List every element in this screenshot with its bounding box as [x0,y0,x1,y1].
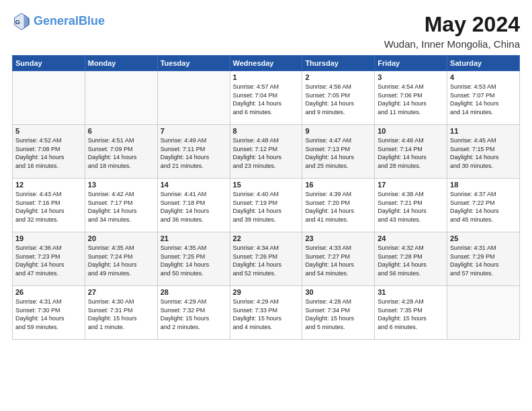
day-number: 31 [378,288,444,296]
week-row-1: 5Sunrise: 4:52 AM Sunset: 7:08 PM Daylig… [13,125,520,179]
location: Wudan, Inner Mongolia, China [384,38,520,50]
cell-content: Sunrise: 4:36 AM Sunset: 7:23 PM Dayligh… [15,244,82,277]
calendar-cell: 24Sunrise: 4:32 AM Sunset: 7:28 PM Dayli… [375,232,447,286]
calendar-cell: 9Sunrise: 4:47 AM Sunset: 7:13 PM Daylig… [302,125,375,179]
calendar-cell: 26Sunrise: 4:31 AM Sunset: 7:30 PM Dayli… [13,286,85,340]
cell-content: Sunrise: 4:40 AM Sunset: 7:19 PM Dayligh… [233,190,300,224]
day-number: 29 [233,288,300,296]
calendar-cell: 4Sunrise: 4:53 AM Sunset: 7:07 PM Daylig… [447,71,520,125]
logo-icon: G [12,12,31,31]
calendar-cell: 16Sunrise: 4:39 AM Sunset: 7:20 PM Dayli… [302,179,375,232]
calendar-cell: 31Sunrise: 4:28 AM Sunset: 7:35 PM Dayli… [375,286,447,340]
day-number: 16 [305,181,371,189]
cell-content: Sunrise: 4:31 AM Sunset: 7:29 PM Dayligh… [450,244,517,277]
calendar-cell: 29Sunrise: 4:29 AM Sunset: 7:33 PM Dayli… [230,286,302,340]
calendar-cell: 21Sunrise: 4:35 AM Sunset: 7:25 PM Dayli… [157,232,230,286]
cell-content: Sunrise: 4:33 AM Sunset: 7:27 PM Dayligh… [305,244,371,277]
calendar-cell: 28Sunrise: 4:29 AM Sunset: 7:32 PM Dayli… [157,286,230,340]
calendar-cell: 25Sunrise: 4:31 AM Sunset: 7:29 PM Dayli… [447,232,520,286]
day-number: 25 [450,234,517,242]
calendar-cell [447,286,520,340]
cell-content: Sunrise: 4:39 AM Sunset: 7:20 PM Dayligh… [305,190,371,224]
day-number: 6 [88,127,154,135]
calendar-cell: 27Sunrise: 4:30 AM Sunset: 7:31 PM Dayli… [85,286,157,340]
weekday-header-saturday: Saturday [447,56,520,71]
calendar-cell [85,71,157,125]
cell-content: Sunrise: 4:45 AM Sunset: 7:15 PM Dayligh… [450,136,517,170]
calendar-cell: 7Sunrise: 4:49 AM Sunset: 7:11 PM Daylig… [157,125,230,179]
cell-content: Sunrise: 4:30 AM Sunset: 7:31 PM Dayligh… [88,298,154,331]
day-number: 22 [233,234,300,242]
day-number: 8 [233,127,300,135]
calendar-cell: 15Sunrise: 4:40 AM Sunset: 7:19 PM Dayli… [230,179,302,232]
cell-content: Sunrise: 4:38 AM Sunset: 7:21 PM Dayligh… [378,190,444,224]
cell-content: Sunrise: 4:42 AM Sunset: 7:17 PM Dayligh… [88,190,154,224]
cell-content: Sunrise: 4:52 AM Sunset: 7:08 PM Dayligh… [15,136,82,170]
calendar-cell: 13Sunrise: 4:42 AM Sunset: 7:17 PM Dayli… [85,179,157,232]
day-number: 17 [378,181,444,189]
calendar-cell: 1Sunrise: 4:57 AM Sunset: 7:04 PM Daylig… [230,71,302,125]
calendar-cell [13,71,85,125]
cell-content: Sunrise: 4:34 AM Sunset: 7:26 PM Dayligh… [233,244,300,277]
cell-content: Sunrise: 4:46 AM Sunset: 7:14 PM Dayligh… [378,136,444,170]
weekday-header-friday: Friday [375,56,447,71]
calendar-cell: 5Sunrise: 4:52 AM Sunset: 7:08 PM Daylig… [13,125,85,179]
logo: G GeneralBlue [12,12,105,31]
calendar-cell: 10Sunrise: 4:46 AM Sunset: 7:14 PM Dayli… [375,125,447,179]
day-number: 24 [378,234,444,242]
calendar-cell: 18Sunrise: 4:37 AM Sunset: 7:22 PM Dayli… [447,179,520,232]
calendar-cell: 8Sunrise: 4:48 AM Sunset: 7:12 PM Daylig… [230,125,302,179]
weekday-header-row: SundayMondayTuesdayWednesdayThursdayFrid… [13,56,520,71]
day-number: 10 [378,127,444,135]
cell-content: Sunrise: 4:54 AM Sunset: 7:06 PM Dayligh… [378,83,444,116]
weekday-header-thursday: Thursday [302,56,375,71]
calendar-cell: 11Sunrise: 4:45 AM Sunset: 7:15 PM Dayli… [447,125,520,179]
calendar-cell: 2Sunrise: 4:56 AM Sunset: 7:05 PM Daylig… [302,71,375,125]
calendar-cell: 20Sunrise: 4:35 AM Sunset: 7:24 PM Dayli… [85,232,157,286]
cell-content: Sunrise: 4:49 AM Sunset: 7:11 PM Dayligh… [161,136,227,170]
calendar-cell: 14Sunrise: 4:41 AM Sunset: 7:18 PM Dayli… [157,179,230,232]
cell-content: Sunrise: 4:35 AM Sunset: 7:24 PM Dayligh… [88,244,154,277]
week-row-0: 1Sunrise: 4:57 AM Sunset: 7:04 PM Daylig… [13,71,520,125]
weekday-header-monday: Monday [85,56,157,71]
week-row-4: 26Sunrise: 4:31 AM Sunset: 7:30 PM Dayli… [13,286,520,340]
day-number: 5 [15,127,82,135]
cell-content: Sunrise: 4:28 AM Sunset: 7:34 PM Dayligh… [305,298,371,331]
cell-content: Sunrise: 4:51 AM Sunset: 7:09 PM Dayligh… [88,136,154,170]
cell-content: Sunrise: 4:41 AM Sunset: 7:18 PM Dayligh… [161,190,227,224]
week-row-3: 19Sunrise: 4:36 AM Sunset: 7:23 PM Dayli… [13,232,520,286]
calendar-page: G GeneralBlue May 2024 Wudan, Inner Mong… [0,0,532,411]
cell-content: Sunrise: 4:48 AM Sunset: 7:12 PM Dayligh… [233,136,300,170]
day-number: 23 [305,234,371,242]
cell-content: Sunrise: 4:57 AM Sunset: 7:04 PM Dayligh… [233,83,300,116]
calendar-cell: 3Sunrise: 4:54 AM Sunset: 7:06 PM Daylig… [375,71,447,125]
day-number: 9 [305,127,371,135]
cell-content: Sunrise: 4:43 AM Sunset: 7:16 PM Dayligh… [15,190,82,224]
day-number: 20 [88,234,154,242]
cell-content: Sunrise: 4:35 AM Sunset: 7:25 PM Dayligh… [161,244,227,277]
day-number: 11 [450,127,517,135]
cell-content: Sunrise: 4:53 AM Sunset: 7:07 PM Dayligh… [450,83,517,116]
day-number: 4 [450,73,517,81]
cell-content: Sunrise: 4:28 AM Sunset: 7:35 PM Dayligh… [378,298,444,331]
cell-content: Sunrise: 4:31 AM Sunset: 7:30 PM Dayligh… [15,298,82,331]
calendar-cell [157,71,230,125]
weekday-header-tuesday: Tuesday [157,56,230,71]
day-number: 30 [305,288,371,296]
day-number: 21 [161,234,227,242]
cell-content: Sunrise: 4:56 AM Sunset: 7:05 PM Dayligh… [305,83,371,116]
cell-content: Sunrise: 4:29 AM Sunset: 7:32 PM Dayligh… [161,298,227,331]
svg-text:G: G [15,18,19,26]
cell-content: Sunrise: 4:29 AM Sunset: 7:33 PM Dayligh… [233,298,300,331]
calendar-table: SundayMondayTuesdayWednesdayThursdayFrid… [12,55,520,340]
header: G GeneralBlue May 2024 Wudan, Inner Mong… [12,12,520,50]
logo-text: GeneralBlue [34,15,105,28]
calendar-cell: 19Sunrise: 4:36 AM Sunset: 7:23 PM Dayli… [13,232,85,286]
cell-content: Sunrise: 4:32 AM Sunset: 7:28 PM Dayligh… [378,244,444,277]
day-number: 3 [378,73,444,81]
month-title: May 2024 [384,12,520,37]
logo-line1: General [34,14,79,28]
title-block: May 2024 Wudan, Inner Mongolia, China [384,12,520,50]
day-number: 27 [88,288,154,296]
day-number: 28 [161,288,227,296]
